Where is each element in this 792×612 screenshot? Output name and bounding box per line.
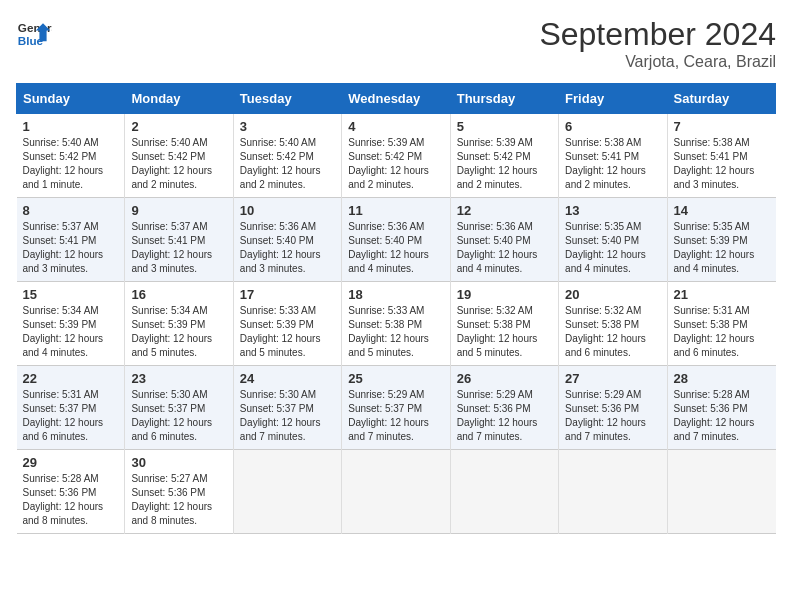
day-info: Sunrise: 5:40 AM Sunset: 5:42 PM Dayligh… <box>240 136 335 192</box>
calendar-cell: 29Sunrise: 5:28 AM Sunset: 5:36 PM Dayli… <box>17 450 125 534</box>
calendar-cell: 11Sunrise: 5:36 AM Sunset: 5:40 PM Dayli… <box>342 198 450 282</box>
day-number: 2 <box>131 119 226 134</box>
day-number: 1 <box>23 119 119 134</box>
calendar-cell: 1Sunrise: 5:40 AM Sunset: 5:42 PM Daylig… <box>17 114 125 198</box>
logo: General Blue <box>16 16 52 52</box>
day-number: 13 <box>565 203 660 218</box>
day-info: Sunrise: 5:34 AM Sunset: 5:39 PM Dayligh… <box>131 304 226 360</box>
column-header-friday: Friday <box>559 84 667 114</box>
calendar-cell: 2Sunrise: 5:40 AM Sunset: 5:42 PM Daylig… <box>125 114 233 198</box>
day-number: 3 <box>240 119 335 134</box>
day-info: Sunrise: 5:37 AM Sunset: 5:41 PM Dayligh… <box>23 220 119 276</box>
day-number: 4 <box>348 119 443 134</box>
day-info: Sunrise: 5:39 AM Sunset: 5:42 PM Dayligh… <box>348 136 443 192</box>
day-number: 23 <box>131 371 226 386</box>
day-number: 20 <box>565 287 660 302</box>
day-number: 21 <box>674 287 770 302</box>
day-info: Sunrise: 5:30 AM Sunset: 5:37 PM Dayligh… <box>240 388 335 444</box>
calendar-cell: 23Sunrise: 5:30 AM Sunset: 5:37 PM Dayli… <box>125 366 233 450</box>
calendar-cell: 9Sunrise: 5:37 AM Sunset: 5:41 PM Daylig… <box>125 198 233 282</box>
day-number: 18 <box>348 287 443 302</box>
day-number: 7 <box>674 119 770 134</box>
column-header-saturday: Saturday <box>667 84 775 114</box>
week-row-3: 15Sunrise: 5:34 AM Sunset: 5:39 PM Dayli… <box>17 282 776 366</box>
calendar-cell <box>450 450 558 534</box>
calendar-cell: 27Sunrise: 5:29 AM Sunset: 5:36 PM Dayli… <box>559 366 667 450</box>
calendar-cell: 17Sunrise: 5:33 AM Sunset: 5:39 PM Dayli… <box>233 282 341 366</box>
calendar-cell: 26Sunrise: 5:29 AM Sunset: 5:36 PM Dayli… <box>450 366 558 450</box>
day-info: Sunrise: 5:28 AM Sunset: 5:36 PM Dayligh… <box>23 472 119 528</box>
day-number: 14 <box>674 203 770 218</box>
day-info: Sunrise: 5:38 AM Sunset: 5:41 PM Dayligh… <box>565 136 660 192</box>
day-number: 16 <box>131 287 226 302</box>
column-header-thursday: Thursday <box>450 84 558 114</box>
calendar-cell: 22Sunrise: 5:31 AM Sunset: 5:37 PM Dayli… <box>17 366 125 450</box>
day-info: Sunrise: 5:36 AM Sunset: 5:40 PM Dayligh… <box>348 220 443 276</box>
calendar-cell: 15Sunrise: 5:34 AM Sunset: 5:39 PM Dayli… <box>17 282 125 366</box>
day-number: 9 <box>131 203 226 218</box>
calendar-cell: 8Sunrise: 5:37 AM Sunset: 5:41 PM Daylig… <box>17 198 125 282</box>
column-header-sunday: Sunday <box>17 84 125 114</box>
calendar-cell: 14Sunrise: 5:35 AM Sunset: 5:39 PM Dayli… <box>667 198 775 282</box>
calendar-cell: 19Sunrise: 5:32 AM Sunset: 5:38 PM Dayli… <box>450 282 558 366</box>
day-info: Sunrise: 5:29 AM Sunset: 5:37 PM Dayligh… <box>348 388 443 444</box>
day-info: Sunrise: 5:33 AM Sunset: 5:38 PM Dayligh… <box>348 304 443 360</box>
title-area: September 2024 Varjota, Ceara, Brazil <box>539 16 776 71</box>
page-header: General Blue September 2024 Varjota, Cea… <box>16 16 776 71</box>
calendar-cell <box>559 450 667 534</box>
calendar-cell: 7Sunrise: 5:38 AM Sunset: 5:41 PM Daylig… <box>667 114 775 198</box>
day-info: Sunrise: 5:40 AM Sunset: 5:42 PM Dayligh… <box>23 136 119 192</box>
calendar-cell <box>342 450 450 534</box>
day-number: 25 <box>348 371 443 386</box>
calendar-cell: 21Sunrise: 5:31 AM Sunset: 5:38 PM Dayli… <box>667 282 775 366</box>
day-info: Sunrise: 5:27 AM Sunset: 5:36 PM Dayligh… <box>131 472 226 528</box>
calendar-cell: 24Sunrise: 5:30 AM Sunset: 5:37 PM Dayli… <box>233 366 341 450</box>
month-title: September 2024 <box>539 16 776 53</box>
day-info: Sunrise: 5:40 AM Sunset: 5:42 PM Dayligh… <box>131 136 226 192</box>
day-info: Sunrise: 5:35 AM Sunset: 5:39 PM Dayligh… <box>674 220 770 276</box>
calendar-cell: 18Sunrise: 5:33 AM Sunset: 5:38 PM Dayli… <box>342 282 450 366</box>
day-info: Sunrise: 5:34 AM Sunset: 5:39 PM Dayligh… <box>23 304 119 360</box>
week-row-4: 22Sunrise: 5:31 AM Sunset: 5:37 PM Dayli… <box>17 366 776 450</box>
day-number: 29 <box>23 455 119 470</box>
calendar-cell: 5Sunrise: 5:39 AM Sunset: 5:42 PM Daylig… <box>450 114 558 198</box>
day-info: Sunrise: 5:28 AM Sunset: 5:36 PM Dayligh… <box>674 388 770 444</box>
day-info: Sunrise: 5:36 AM Sunset: 5:40 PM Dayligh… <box>457 220 552 276</box>
day-info: Sunrise: 5:39 AM Sunset: 5:42 PM Dayligh… <box>457 136 552 192</box>
day-number: 22 <box>23 371 119 386</box>
calendar-cell: 3Sunrise: 5:40 AM Sunset: 5:42 PM Daylig… <box>233 114 341 198</box>
day-number: 8 <box>23 203 119 218</box>
calendar-body: 1Sunrise: 5:40 AM Sunset: 5:42 PM Daylig… <box>17 114 776 534</box>
day-number: 28 <box>674 371 770 386</box>
calendar-cell <box>667 450 775 534</box>
day-info: Sunrise: 5:36 AM Sunset: 5:40 PM Dayligh… <box>240 220 335 276</box>
week-row-1: 1Sunrise: 5:40 AM Sunset: 5:42 PM Daylig… <box>17 114 776 198</box>
day-number: 5 <box>457 119 552 134</box>
day-info: Sunrise: 5:35 AM Sunset: 5:40 PM Dayligh… <box>565 220 660 276</box>
day-info: Sunrise: 5:32 AM Sunset: 5:38 PM Dayligh… <box>457 304 552 360</box>
day-number: 24 <box>240 371 335 386</box>
location: Varjota, Ceara, Brazil <box>539 53 776 71</box>
column-header-tuesday: Tuesday <box>233 84 341 114</box>
calendar-cell: 30Sunrise: 5:27 AM Sunset: 5:36 PM Dayli… <box>125 450 233 534</box>
week-row-5: 29Sunrise: 5:28 AM Sunset: 5:36 PM Dayli… <box>17 450 776 534</box>
day-info: Sunrise: 5:31 AM Sunset: 5:37 PM Dayligh… <box>23 388 119 444</box>
calendar-table: SundayMondayTuesdayWednesdayThursdayFrid… <box>16 83 776 534</box>
day-info: Sunrise: 5:37 AM Sunset: 5:41 PM Dayligh… <box>131 220 226 276</box>
calendar-cell <box>233 450 341 534</box>
calendar-cell: 10Sunrise: 5:36 AM Sunset: 5:40 PM Dayli… <box>233 198 341 282</box>
day-number: 19 <box>457 287 552 302</box>
day-number: 10 <box>240 203 335 218</box>
day-number: 27 <box>565 371 660 386</box>
calendar-header-row: SundayMondayTuesdayWednesdayThursdayFrid… <box>17 84 776 114</box>
calendar-cell: 25Sunrise: 5:29 AM Sunset: 5:37 PM Dayli… <box>342 366 450 450</box>
day-info: Sunrise: 5:30 AM Sunset: 5:37 PM Dayligh… <box>131 388 226 444</box>
logo-icon: General Blue <box>16 16 52 52</box>
calendar-cell: 16Sunrise: 5:34 AM Sunset: 5:39 PM Dayli… <box>125 282 233 366</box>
day-number: 26 <box>457 371 552 386</box>
day-number: 30 <box>131 455 226 470</box>
day-info: Sunrise: 5:29 AM Sunset: 5:36 PM Dayligh… <box>565 388 660 444</box>
day-number: 17 <box>240 287 335 302</box>
day-number: 6 <box>565 119 660 134</box>
day-info: Sunrise: 5:31 AM Sunset: 5:38 PM Dayligh… <box>674 304 770 360</box>
